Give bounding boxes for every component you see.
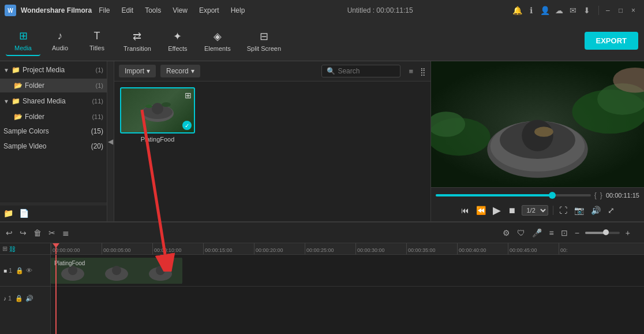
menu-export[interactable]: Export	[197, 5, 222, 16]
shared-media-title: Shared Media	[23, 97, 92, 105]
shared-media-folder-icon: 📁	[12, 97, 20, 105]
zoom-slider[interactable]	[585, 232, 620, 234]
track-eye-icon[interactable]: 👁	[26, 267, 32, 274]
thumb-grid-icon: ⊞	[185, 91, 192, 100]
project-media-title: Project Media	[23, 66, 96, 74]
tab-effects[interactable]: ✦ Effects	[160, 27, 195, 55]
video-clip[interactable]: PlatingFood	[51, 258, 182, 284]
filter-icon[interactable]: ≡	[409, 67, 413, 76]
track-controls-header: ⊞ ⛓	[0, 243, 50, 255]
step-back-button[interactable]: ⏪	[475, 205, 487, 216]
audio-lock-icon[interactable]: 🔒	[15, 295, 23, 302]
track-lock-icon[interactable]: 🔒	[16, 267, 24, 274]
add-track-icon[interactable]: ⊞	[2, 245, 8, 253]
sample-video-item[interactable]: Sample Video (20)	[0, 139, 107, 154]
project-media-header[interactable]: ▼ 📁 Project Media (1)	[0, 61, 107, 79]
media-grid: ⊞ ✓ PlatingFood	[114, 81, 430, 221]
app-logo: W	[5, 5, 16, 16]
sample-colors-item[interactable]: Sample Colors (15)	[0, 124, 107, 139]
tab-transition[interactable]: ⇄ Transition	[117, 27, 158, 55]
download-icon[interactable]: ⬇	[582, 6, 591, 15]
clip-label: PlatingFood	[54, 260, 85, 266]
menu-edit[interactable]: Edit	[119, 5, 136, 16]
menu-view[interactable]: View	[170, 5, 190, 16]
bracket-left[interactable]: {	[594, 191, 597, 199]
minimize-button[interactable]: –	[606, 6, 614, 14]
sample-colors-count: (15)	[91, 127, 103, 135]
bracket-right[interactable]: }	[600, 191, 602, 199]
collapse-panel-button[interactable]: ◀	[107, 61, 114, 221]
elements-label: Elements	[204, 45, 231, 52]
record-button[interactable]: Record ▾	[160, 65, 200, 77]
search-input[interactable]	[338, 67, 395, 75]
tab-titles[interactable]: T Titles	[80, 27, 114, 55]
volume-icon[interactable]: 🔊	[590, 205, 602, 216]
menu-tools[interactable]: Tools	[143, 5, 163, 16]
skip-back-button[interactable]: ⏮	[460, 205, 470, 216]
media-item-label: PlatingFood	[120, 133, 195, 145]
ruler-mark-9: 00:00:45:00	[508, 243, 559, 254]
zoom-out-icon[interactable]: −	[574, 227, 581, 239]
shield-icon[interactable]: 🛡	[516, 227, 526, 239]
maximize-button[interactable]: □	[619, 6, 627, 14]
pip-icon[interactable]: ⊡	[560, 227, 569, 239]
subtitle-icon[interactable]: ≡	[548, 227, 555, 239]
link-icon[interactable]: ⛓	[9, 246, 16, 253]
mic-icon[interactable]: 🎤	[531, 227, 543, 239]
import-chevron-icon: ▾	[147, 67, 150, 75]
account-icon[interactable]: 👤	[541, 6, 550, 15]
svg-point-13	[534, 127, 553, 136]
export-button[interactable]: EXPORT	[585, 32, 638, 50]
tab-splitscreen[interactable]: ⊟ Split Screen	[240, 27, 288, 55]
import-button[interactable]: Import ▾	[119, 65, 156, 77]
play-button[interactable]: ▶	[492, 203, 502, 218]
project-folder-item[interactable]: 📂 Folder (1)	[0, 79, 107, 92]
audio-track	[51, 287, 644, 310]
svg-point-22	[112, 266, 121, 275]
track-1-icons: 🔒 👁	[16, 267, 32, 274]
record-chevron-icon: ▾	[191, 67, 194, 75]
new-project-icon[interactable]: 📄	[19, 209, 29, 218]
screenshot-icon[interactable]: 📷	[573, 205, 585, 216]
tab-media[interactable]: ⊞ Media	[6, 26, 40, 56]
playhead[interactable]	[55, 243, 57, 254]
cut-button[interactable]: ✂	[47, 227, 57, 239]
delete-button[interactable]: 🗑	[32, 227, 43, 239]
shared-folder-item[interactable]: 📂 Folder (11)	[0, 110, 107, 124]
zoom-in-icon[interactable]: +	[624, 227, 631, 239]
crop-icon[interactable]: ⤢	[606, 205, 616, 216]
shared-media-header[interactable]: ▼ 📁 Shared Media (11)	[0, 92, 107, 110]
backup-icon[interactable]: ☁	[555, 6, 564, 15]
new-folder-icon[interactable]: 📁	[3, 209, 13, 218]
import-label: Import	[125, 67, 144, 75]
grid-view-icon[interactable]: ⣿	[420, 67, 426, 76]
left-panel: ▼ 📁 Project Media (1) 📂 Folder (1) ▼ 📁 S…	[0, 61, 107, 221]
snap-icon[interactable]: ⚙	[501, 227, 511, 239]
playhead-line	[55, 255, 57, 334]
speed-select[interactable]: 1/2	[522, 205, 548, 216]
audio-vol-icon[interactable]: 🔊	[25, 295, 33, 302]
ruler-mark-5: 00:00:25:00	[305, 243, 355, 254]
track-2-label: 1	[8, 295, 12, 302]
playhead-triangle	[53, 243, 59, 248]
info-icon[interactable]: ℹ	[527, 6, 536, 15]
adjust-button[interactable]: ≣	[61, 227, 70, 239]
close-button[interactable]: ×	[631, 6, 639, 14]
mail-icon[interactable]: ✉	[568, 6, 578, 15]
video-track-header: ■ 1 🔒 👁	[0, 255, 50, 287]
undo-button[interactable]: ↩	[5, 227, 14, 239]
titlebar-left: W Wondershare Filmora File Edit Tools Vi…	[5, 5, 247, 16]
tab-elements[interactable]: ◈ Elements	[197, 27, 238, 55]
menu-help[interactable]: Help	[229, 5, 248, 16]
notification-icon[interactable]: 🔔	[513, 6, 522, 15]
stop-button[interactable]: ⏹	[507, 205, 517, 216]
preview-area	[431, 61, 644, 187]
redo-button[interactable]: ↪	[18, 227, 28, 239]
media-item-platingfood[interactable]: ⊞ ✓ PlatingFood	[120, 87, 195, 145]
menu-file[interactable]: File	[96, 5, 112, 16]
tab-audio[interactable]: ♪ Audio	[43, 27, 77, 55]
progress-track[interactable]	[436, 194, 591, 196]
sample-colors-label: Sample Colors	[3, 127, 49, 135]
ruler-mark-4: 00:00:20:00	[254, 243, 305, 254]
fullscreen-icon[interactable]: ⛶	[558, 205, 568, 216]
